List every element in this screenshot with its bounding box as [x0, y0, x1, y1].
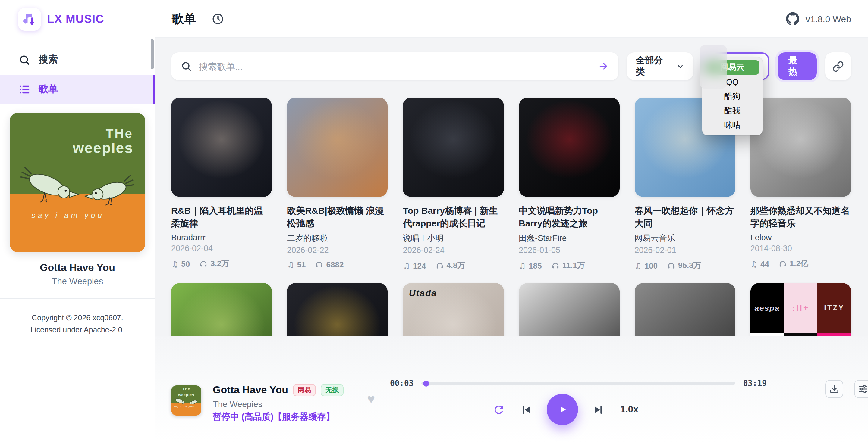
- playlist-date: 2026-02-24: [403, 246, 504, 255]
- import-link-button[interactable]: [825, 53, 851, 80]
- playlist-stats: ♫1244.8万: [403, 260, 504, 271]
- playlist-stats: ♫441.2亿: [750, 258, 851, 269]
- playlist-card[interactable]: Top Barry杨博睿 | 新生代rapper的成长日记说唱王小明2026-0…: [403, 98, 504, 271]
- player-track-title: Gotta Have You: [213, 384, 288, 396]
- quality-badge: 无损: [321, 384, 344, 396]
- source-option[interactable]: QQ: [705, 75, 760, 89]
- history-clock-icon[interactable]: [212, 12, 224, 25]
- search-submit-arrow-icon[interactable]: [598, 61, 609, 72]
- cover-title: THe weepIes: [73, 127, 133, 156]
- playlist-title: 欧美R&B|极致慵懒 浪漫 松弛感: [287, 204, 388, 230]
- category-filter-button[interactable]: 全部分类: [627, 53, 693, 80]
- playlist-card[interactable]: 那些你熟悉却又不知道名字的轻音乐Lelow2014-08-30♫441.2亿: [750, 98, 851, 271]
- music-note-icon: ♫: [287, 260, 294, 269]
- player-track-info: Gotta Have You 网易 无损 The Weepies 暂停中 (高品…: [213, 384, 344, 423]
- sidebar-item-label: 搜索: [38, 54, 58, 66]
- playlist-search-bar: [171, 53, 618, 80]
- source-option[interactable]: 酷狗: [705, 89, 760, 104]
- header-right: v1.8.0 Web: [786, 12, 851, 25]
- music-note-icon: ♫: [171, 259, 178, 268]
- headphones-icon: [667, 262, 675, 270]
- main-header: 歌单 v1.8.0 Web: [155, 0, 868, 38]
- song-count: ♫51: [287, 260, 306, 269]
- playlist-author: 田鑫-StarFire: [519, 233, 619, 244]
- player-action-buttons: 评词: [825, 380, 868, 398]
- playlist-title: 那些你熟悉却又不知道名字的轻音乐: [750, 204, 851, 230]
- song-count: ♫44: [750, 258, 769, 269]
- cover-glow: [519, 98, 619, 197]
- playlist-card[interactable]: 中文说唱新势力Top Barry的发迹之旅田鑫-StarFire2026-01-…: [519, 98, 619, 271]
- sidebar: 搜索 歌单 THe weepIes: [0, 38, 155, 442]
- elapsed-time: 00:03: [390, 379, 413, 388]
- previous-track-icon[interactable]: [521, 404, 532, 415]
- link-icon: [832, 61, 844, 72]
- cover-glow: [403, 98, 504, 197]
- download-button[interactable]: [825, 380, 843, 398]
- playlist-date: 2026-01-05: [519, 246, 619, 255]
- duration-time: 03:19: [743, 379, 767, 388]
- playlist-stats: ♫18511.1万: [519, 260, 619, 271]
- playlist-date: 2026-02-04: [171, 244, 272, 253]
- playlist-author: 网易云音乐: [634, 233, 735, 244]
- lx-music-app: LX MUSIC 歌单 v1.8.0 Web 搜索: [0, 0, 868, 442]
- play-count: 11.1万: [552, 260, 585, 271]
- music-note-icon: ♫: [519, 261, 526, 270]
- playlist-icon: [19, 84, 30, 95]
- mini-birds-illustration: [171, 396, 201, 408]
- source-option[interactable]: 网易云: [705, 60, 760, 75]
- music-note-icon: ♫: [750, 259, 757, 268]
- playlist-date: 2026-02-01: [634, 246, 735, 255]
- source-option[interactable]: 咪咕: [705, 118, 760, 133]
- sidebar-scrollbar-thumb[interactable]: [151, 39, 154, 69]
- github-icon[interactable]: [786, 12, 800, 25]
- playlist-cover-image: [171, 98, 272, 197]
- player-album-art[interactable]: THe weepIes say i am you: [171, 385, 201, 415]
- next-track-icon[interactable]: [592, 404, 604, 415]
- playlist-title: 中文说唱新势力Top Barry的发迹之旅: [519, 204, 619, 230]
- headphones-icon: [315, 261, 323, 269]
- playlist-date: 2026-02-22: [287, 246, 388, 255]
- sidebar-item-playlists[interactable]: 歌单: [0, 75, 155, 104]
- music-note-icon: ♫: [634, 261, 641, 270]
- version-label: v1.8.0 Web: [806, 13, 851, 24]
- progress-bar[interactable]: [421, 382, 735, 385]
- playlist-cover-image: [750, 98, 851, 197]
- player-bar: THe weepIes say i am you Gotta Have You: [155, 336, 868, 442]
- play-count: 6882: [315, 260, 344, 269]
- player-status-text: 暂停中 (高品质)【服务器缓存】: [213, 411, 344, 423]
- cover-glow: [287, 98, 388, 197]
- cover-glow: [171, 98, 272, 197]
- music-note-icon: ♫: [403, 261, 410, 270]
- source-badge: 网易: [293, 384, 316, 396]
- category-label: 全部分类: [636, 55, 671, 78]
- equalizer-button[interactable]: [854, 380, 868, 398]
- sliders-icon: [858, 384, 868, 394]
- headphones-icon: [435, 262, 443, 270]
- search-input[interactable]: [198, 61, 592, 72]
- playlist-author: 说唱王小明: [403, 233, 504, 244]
- playlist-cover-image: [519, 98, 619, 197]
- play-button[interactable]: [547, 394, 578, 425]
- favorite-heart-icon[interactable]: ♥: [367, 393, 375, 406]
- playlist-title: 春风一吹想起你｜怀念方大同: [634, 204, 735, 230]
- play-mode-loop-icon[interactable]: [493, 403, 505, 416]
- mini-cover-title: THe: [171, 385, 201, 391]
- playback-speed-button[interactable]: 1.0x: [620, 404, 638, 415]
- search-icon: [181, 61, 192, 72]
- sidebar-item-search[interactable]: 搜索: [0, 45, 155, 75]
- hot-sort-button[interactable]: 最热: [778, 53, 817, 80]
- playlist-author: 二岁的哆啦: [287, 233, 388, 244]
- play-count: 3.2万: [199, 258, 229, 269]
- collage-cell: aespa: [750, 283, 784, 333]
- hot-label: 最热: [788, 55, 806, 78]
- progress-thumb[interactable]: [423, 380, 429, 386]
- playlist-card[interactable]: 欧美R&B|极致慵懒 浪漫 松弛感二岁的哆啦2026-02-22♫516882: [287, 98, 388, 271]
- source-option[interactable]: 酷我: [705, 104, 760, 118]
- sidebar-item-label: 歌单: [38, 83, 58, 96]
- sidebar-divider: [0, 298, 155, 299]
- current-song-artist: The Weepies: [10, 276, 145, 286]
- song-count: ♫100: [634, 260, 658, 271]
- search-icon: [19, 54, 30, 66]
- playlist-card[interactable]: R&B｜陷入耳机里的温柔旋律Buradarrr2026-02-04♫503.2万: [171, 98, 272, 271]
- birds-illustration: [10, 159, 145, 217]
